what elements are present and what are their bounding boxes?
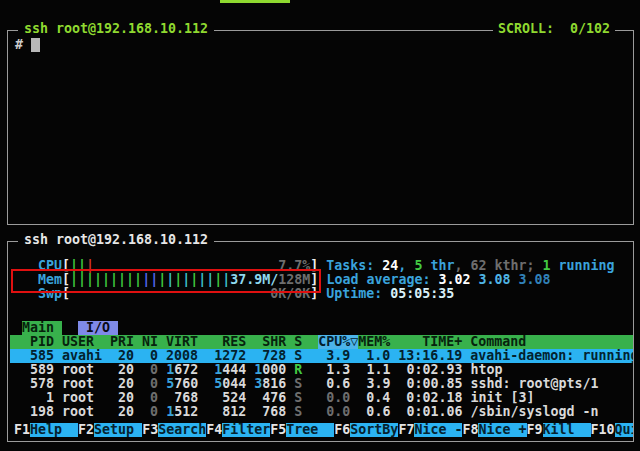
pane-title: ssh root@192.168.10.112 xyxy=(18,22,214,36)
terminal-multiplexer-screen: ssh root@192.168.10.112 SCROLL: 0/102 # … xyxy=(0,0,640,451)
text-cursor xyxy=(31,38,40,52)
process-row[interactable]: 589 root 20 0 1672 1444 1000 R 1.3 1.1 0… xyxy=(10,363,633,377)
annotation-red-box-mem-meter xyxy=(11,269,321,293)
process-table-header[interactable]: PID USER PRI NI VIRT RES SHR S CPU%▽MEM%… xyxy=(10,335,633,349)
process-row[interactable]: 1 root 20 0 768 524 476 S 0.0 0.4 0:02.1… xyxy=(10,391,633,405)
process-row[interactable]: 578 root 20 0 5760 5044 3816 S 0.6 3.9 0… xyxy=(10,377,633,391)
scroll-indicator: SCROLL: 0/102 xyxy=(493,22,615,36)
prompt-character: # xyxy=(15,37,23,52)
pane-title: ssh root@192.168.10.112 xyxy=(18,233,214,247)
process-row[interactable]: 198 root 20 0 1512 812 768 S 0.0 0.6 0:0… xyxy=(10,405,633,419)
function-key-bar[interactable]: F1Help F2Setup F3SearchF4FilterF5Tree F6… xyxy=(10,423,633,437)
process-row-selected[interactable]: 585 avahi 20 0 2008 1272 728 S 3.9 1.0 1… xyxy=(10,349,633,363)
screen-tabs[interactable]: Main I/O xyxy=(10,321,633,335)
shell-prompt[interactable]: # xyxy=(15,38,40,52)
terminal-pane-top[interactable]: ssh root@192.168.10.112 SCROLL: 0/102 # xyxy=(7,30,634,225)
decorative-green-line xyxy=(220,0,290,3)
